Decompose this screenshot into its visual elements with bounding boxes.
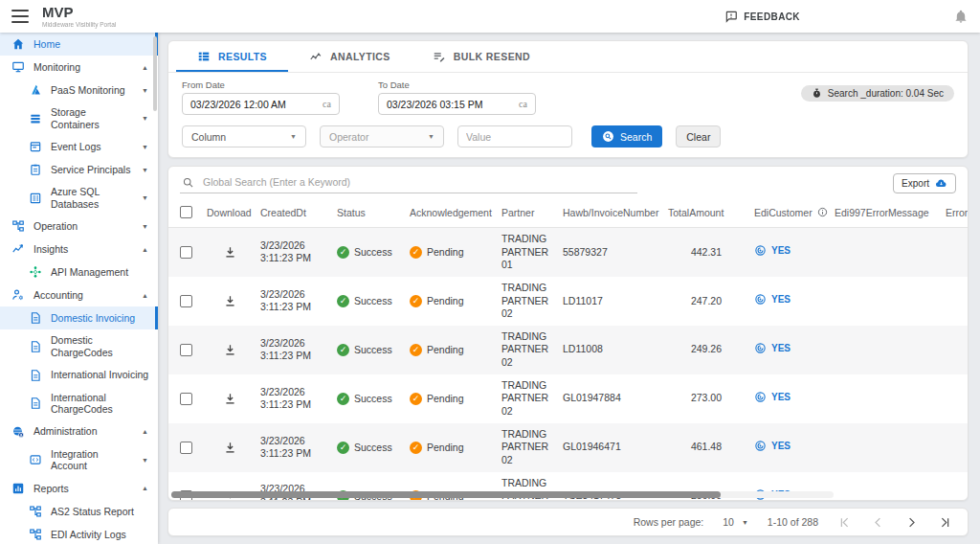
first-page-icon[interactable] — [837, 515, 852, 530]
sidebar-item-label: Insights — [33, 243, 133, 256]
chevron-down-icon[interactable]: ▼ — [142, 167, 152, 173]
sidebar-item-label: International ChargeCodes — [51, 392, 152, 416]
edi-customer-link[interactable]: YES — [754, 342, 791, 354]
from-date-input[interactable]: 03/23/2026 12:00 AM ca — [182, 93, 340, 115]
sidebar-item-home[interactable]: Home — [0, 33, 158, 56]
download-icon[interactable] — [207, 441, 253, 455]
column-select-value: Column — [191, 131, 226, 143]
tab-bulk-resend[interactable]: BULK RESEND — [412, 41, 551, 72]
chevron-up-icon[interactable]: ▲ — [142, 64, 152, 71]
sidebar-item-paas-monitoring[interactable]: PaaS Monitoring▼ — [0, 79, 158, 102]
sidebar-item-api-management[interactable]: API Management — [0, 261, 158, 283]
sidebar-item-storage-containers[interactable]: Storage Containers▼ — [0, 102, 158, 135]
column-header-label: Acknowledgement — [410, 207, 492, 218]
download-icon[interactable] — [207, 392, 253, 406]
sidebar-item-operation[interactable]: Operation▼ — [0, 215, 158, 238]
success-check-icon: ✓ — [337, 442, 349, 454]
sidebar-item-label: Domestic ChargeCodes — [51, 334, 152, 358]
edi-customer-link[interactable]: YES — [754, 293, 791, 306]
row-checkbox[interactable] — [180, 246, 192, 259]
app-header: MVP Middleware Visibility Portal FEEDBAC… — [0, 0, 980, 33]
sidebar-item-international-chargecodes[interactable]: International ChargeCodes — [0, 387, 158, 420]
table-row: 3/23/20263:11:23 PM✓Success✓PendingTRADI… — [168, 326, 969, 374]
sidebar-item-international-invoicing[interactable]: International Invoicing — [0, 364, 158, 387]
tab-analytics[interactable]: ANALYTICS — [288, 41, 412, 72]
clear-button[interactable]: Clear — [676, 125, 721, 147]
chevron-up-icon[interactable]: ▲ — [142, 246, 152, 253]
row-checkbox[interactable] — [180, 295, 192, 307]
sidebar-item-monitoring[interactable]: Monitoring▲ — [0, 56, 158, 79]
sidebar-item-azure-sql-databases[interactable]: Azure SQL Databases▼ — [0, 181, 158, 215]
operator-select[interactable]: Operator▼ — [320, 125, 444, 147]
sidebar-item-label: Storage Containers — [51, 106, 133, 130]
info-icon[interactable] — [817, 207, 828, 217]
row-checkbox[interactable] — [180, 344, 192, 356]
sidebar-item-event-logs[interactable]: Event Logs▼ — [0, 135, 158, 158]
edi-customer-link[interactable]: YES — [754, 244, 791, 257]
row-select-cell — [168, 374, 203, 423]
horizontal-scrollbar[interactable] — [171, 491, 834, 498]
sidebar-item-as2-status-report[interactable]: AS2 Status Report — [0, 500, 158, 523]
sidebar-item-domestic-chargecodes[interactable]: Domestic ChargeCodes — [0, 329, 158, 363]
success-check-icon: ✓ — [337, 344, 349, 356]
next-page-icon[interactable] — [904, 515, 919, 530]
global-search-input[interactable] — [201, 175, 635, 189]
edi-customer-link[interactable]: YES — [754, 440, 791, 452]
chevron-down-icon[interactable]: ▼ — [142, 144, 152, 150]
value-input[interactable] — [457, 125, 572, 147]
database-icon — [29, 192, 42, 205]
app-title: MVP — [42, 5, 116, 19]
column-header-errormessage: ErrorMessage — [942, 197, 969, 228]
sidebar-item-accounting[interactable]: Accounting▲ — [0, 283, 158, 306]
export-button[interactable]: Export — [893, 173, 956, 193]
tab-results[interactable]: RESULTS — [176, 41, 288, 72]
sidebar-item-service-principals[interactable]: Service Principals▼ — [0, 158, 158, 181]
previous-page-icon[interactable] — [871, 515, 885, 530]
status-cell: ✓Success — [333, 228, 406, 277]
row-checkbox[interactable] — [180, 442, 192, 454]
chevron-up-icon[interactable]: ▲ — [142, 292, 152, 299]
sidebar-item-domestic-invoicing[interactable]: Domestic Invoicing — [0, 306, 158, 329]
last-page-icon[interactable] — [938, 515, 952, 530]
results-table-card: Export DownloadCreatedDtStatusAcknowledg… — [167, 166, 969, 501]
chevron-down-icon[interactable]: ▼ — [142, 223, 152, 230]
partner-cell: TRADING PARTNER 02 — [498, 277, 559, 326]
search-button[interactable]: Search — [591, 125, 662, 147]
sidebar-item-insights[interactable]: Insights▲ — [0, 238, 158, 261]
select-all-checkbox[interactable] — [180, 206, 192, 218]
edi-customer-link[interactable]: YES — [754, 391, 791, 403]
sidebar-item-reports[interactable]: Reports▲ — [0, 477, 158, 500]
total-amount-cell: 247.20 — [664, 277, 750, 326]
chevron-down-icon[interactable]: ▼ — [142, 457, 152, 464]
chevron-down-icon[interactable]: ▼ — [142, 194, 152, 201]
download-icon[interactable] — [207, 245, 253, 260]
column-select[interactable]: Column▼ — [182, 125, 306, 147]
chevron-up-icon[interactable]: ▲ — [142, 428, 152, 435]
edi997-error-cell — [831, 228, 942, 277]
download-icon[interactable] — [207, 294, 253, 308]
horizontal-scrollbar-thumb[interactable] — [171, 491, 721, 498]
feedback-button[interactable]: FEEDBACK — [724, 10, 800, 23]
search-duration-text: Search _duration: 0.04 Sec — [828, 88, 944, 99]
azure-icon — [29, 83, 42, 97]
to-date-input[interactable]: 03/23/2026 03:15 PM ca — [378, 93, 536, 115]
rows-per-page-select[interactable]: 10 ▼ — [723, 516, 748, 528]
calendar-icon[interactable]: ca — [323, 99, 331, 109]
sidebar-scrollbar[interactable] — [153, 36, 157, 111]
download-icon[interactable] — [207, 343, 253, 357]
created-date: 3/23/2026 — [260, 288, 329, 302]
chevron-up-icon[interactable]: ▲ — [142, 485, 152, 491]
status-cell: ✓Success — [333, 277, 406, 326]
acknowledgement-cell: ✓Pending — [406, 374, 498, 423]
sidebar-item-edi-activity-logs[interactable]: EDI Activity Logs — [0, 523, 158, 544]
row-checkbox[interactable] — [180, 393, 192, 405]
chevron-down-icon[interactable]: ▼ — [142, 87, 152, 94]
sidebar-item-administration[interactable]: Administration▲ — [0, 420, 158, 443]
sidebar-item-integration-account[interactable]: Integration Account▼ — [0, 443, 158, 477]
search-circle-icon — [602, 130, 614, 143]
row-select-cell — [168, 228, 203, 277]
chevron-down-icon[interactable]: ▼ — [142, 115, 152, 122]
calendar-icon[interactable]: ca — [519, 99, 527, 109]
notifications-bell-icon[interactable] — [953, 9, 969, 24]
hamburger-menu-icon[interactable] — [11, 10, 29, 23]
